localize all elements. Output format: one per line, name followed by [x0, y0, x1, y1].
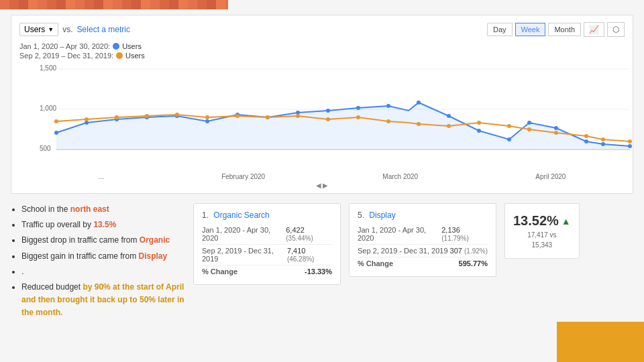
card1-value2: 7,410 (46.28%) — [287, 247, 332, 263]
svg-text:1,000: 1,000 — [40, 105, 56, 112]
orange-dot — [554, 131, 558, 135]
chart-legend: Jan 1, 2020 – Apr 30, 2020: Users Sep 2,… — [19, 42, 625, 60]
bottom-area: School in the north east Traffic up over… — [11, 203, 633, 322]
blue-dot — [205, 119, 209, 123]
orange-dot — [601, 137, 605, 141]
card1-row-3: % Change -13.33% — [202, 265, 332, 278]
legend-date-1: Jan 1, 2020 – Apr 30, 2020: — [19, 42, 110, 50]
orange-dot — [386, 119, 390, 123]
orange-dot — [205, 115, 209, 119]
card2-value1: 2,136 (11.79%) — [441, 226, 488, 242]
scroll-indicator[interactable]: ◀ ▶ — [19, 182, 625, 189]
orange-dot — [235, 114, 239, 118]
card1-title-text: Organic Search — [213, 210, 269, 220]
line-chart-svg: 1,500 1,000 500 — [19, 62, 637, 170]
summary-pct-row: 13.52% ▲ — [513, 213, 571, 229]
xaxis-label-3: March 2020 — [382, 173, 418, 180]
blue-dot — [54, 131, 58, 135]
legend-dot-blue — [113, 43, 119, 50]
toolbar-right: Day Week Month 📈 ⬡ — [487, 22, 625, 37]
orange-dot — [326, 117, 330, 121]
summary-sub2: 15,343 — [532, 241, 553, 249]
blue-dot — [527, 121, 531, 125]
summary-arrow-icon: ▲ — [561, 216, 571, 227]
card2-row-3: % Change 595.77% — [358, 257, 488, 269]
orange-dot — [356, 115, 360, 119]
card1-num: 1. — [202, 210, 209, 220]
orange-dot — [85, 117, 89, 121]
card2-title: 5. Display — [358, 210, 488, 220]
orange-dot — [417, 122, 421, 126]
main-container: Users ▼ vs. Select a metric Day Week Mon… — [0, 9, 644, 362]
toolbar-left: Users ▼ vs. Select a metric — [19, 23, 130, 36]
blue-dot — [601, 142, 605, 146]
orange-dot — [296, 114, 300, 118]
orange-dot — [145, 114, 149, 118]
blue-dot — [628, 144, 632, 148]
display-card: 5. Display Jan 1, 2020 - Apr 30, 2020 2,… — [349, 203, 496, 277]
summary-percentage: 13.52% — [513, 213, 559, 229]
blue-dot — [356, 106, 360, 110]
svg-text:500: 500 — [40, 145, 51, 152]
highlight-traffic: 13.5% — [93, 220, 116, 229]
card1-date1: Jan 1, 2020 - Apr 30, 2020 — [202, 226, 286, 242]
pie-chart-icon-button[interactable]: ⬡ — [607, 22, 625, 37]
blue-dot — [447, 114, 451, 118]
blue-dot — [326, 109, 330, 113]
select-metric-link[interactable]: Select a metric — [77, 25, 130, 34]
bullet-item-1: School in the north east — [21, 203, 185, 216]
week-button[interactable]: Week — [515, 23, 546, 36]
highlight-northeast: north east — [70, 204, 109, 214]
legend-row-2: Sep 2, 2019 – Dec 31, 2019: Users — [19, 52, 625, 60]
orange-dot — [266, 115, 270, 119]
card2-change-value: 595.77% — [459, 259, 488, 267]
bullet-item-3: Biggest drop in traffic came from Organi… — [21, 234, 185, 247]
blue-dot — [554, 126, 558, 130]
orange-dot — [447, 124, 451, 128]
card2-row-2: Sep 2, 2019 - Dec 31, 2019 307 (1.92%) — [358, 245, 488, 257]
card1-row-1: Jan 1, 2020 - Apr 30, 2020 6,422 (35.44%… — [202, 224, 332, 245]
blue-dot — [477, 129, 481, 133]
orange-dot — [175, 113, 179, 117]
summary-card: 13.52% ▲ 17,417 vs 15,343 — [504, 203, 580, 259]
summary-sub1: 17,417 vs — [527, 231, 556, 239]
blue-dot — [507, 137, 511, 141]
orange-dot — [477, 121, 481, 125]
legend-metric-2: Users — [125, 52, 145, 60]
day-button[interactable]: Day — [487, 23, 513, 36]
metric-dropdown[interactable]: Users ▼ — [19, 23, 58, 36]
blue-dot — [584, 139, 588, 143]
blue-dot — [386, 104, 390, 108]
card2-value2: 307 (1.92%) — [450, 247, 488, 255]
chart-toolbar: Users ▼ vs. Select a metric Day Week Mon… — [19, 22, 625, 37]
svg-text:1,500: 1,500 — [40, 64, 56, 72]
xaxis-label-1: ... — [99, 173, 104, 180]
card2-date2: Sep 2, 2019 - Dec 31, 2019 — [358, 247, 448, 255]
orange-dot — [527, 127, 531, 131]
xaxis-labels: ... February 2020 March 2020 April 2020 — [19, 172, 625, 180]
card1-title: 1. Organic Search — [202, 210, 332, 220]
top-decorative-pattern — [0, 0, 228, 9]
orange-dot — [54, 119, 58, 123]
gold-decorative-block — [557, 322, 644, 362]
card2-title-text: Display — [369, 210, 395, 220]
bullet-item-2: Traffic up overall by 13.5% — [21, 219, 185, 231]
month-button[interactable]: Month — [548, 23, 581, 36]
highlight-budget: by 90% at the start of April and then br… — [21, 282, 184, 317]
chart-svg-wrapper: 1,500 1,000 500 — [19, 62, 625, 189]
card1-date2: Sep 2, 2019 - Dec 31, 2019 — [202, 247, 287, 263]
orange-dot — [507, 124, 511, 128]
card2-change-label: % Change — [358, 259, 393, 267]
bullet-list: School in the north east Traffic up over… — [11, 203, 185, 320]
bullet-item-6: Reduced budget by 90% at the start of Ap… — [21, 281, 185, 320]
orange-dot — [628, 139, 632, 143]
organic-search-card: 1. Organic Search Jan 1, 2020 - Apr 30, … — [193, 203, 341, 285]
highlight-display: Display — [139, 251, 168, 261]
xaxis-label-4: April 2020 — [535, 173, 566, 180]
card1-change-label: % Change — [202, 267, 237, 276]
metric-label: Users — [24, 25, 45, 34]
legend-date-2: Sep 2, 2019 – Dec 31, 2019: — [19, 52, 113, 60]
dropdown-arrow-icon: ▼ — [48, 26, 54, 33]
highlight-organic: Organic — [140, 235, 170, 245]
line-chart-icon-button[interactable]: 📈 — [584, 22, 604, 37]
